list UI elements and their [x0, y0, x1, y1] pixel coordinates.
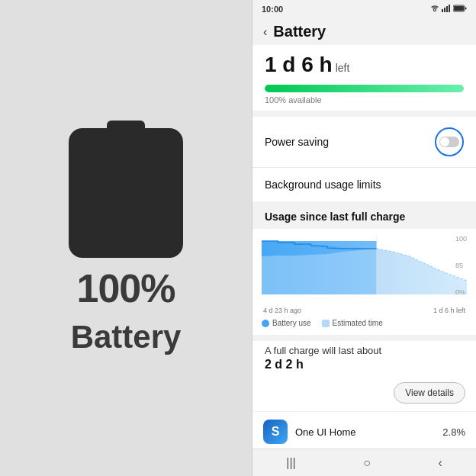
app-icon: S: [263, 420, 288, 444]
available-text: 100% available: [265, 95, 464, 105]
battery-main: 1 d 6 h left 100% available: [252, 45, 476, 111]
chart-area: 100 85 0%: [262, 235, 467, 304]
legend-solid-dot: [262, 320, 269, 327]
back-button[interactable]: ‹: [263, 25, 267, 39]
battery-time-suffix: left: [336, 62, 350, 74]
toggle-knob: [440, 137, 449, 146]
app-percent: 2.8%: [442, 426, 465, 438]
svg-rect-5: [454, 6, 464, 11]
right-panel: 10:00 ‹ Battery 1 d 6 h left: [252, 0, 476, 476]
chart-x-labels: 4 d 23 h ago 1 d 6 h left: [262, 307, 467, 314]
chart-svg: [262, 235, 467, 296]
background-usage-row[interactable]: Background usage limits: [252, 168, 476, 201]
app-name: One UI Home: [295, 426, 435, 438]
svg-marker-9: [377, 249, 467, 294]
battery-status-icon: [453, 5, 467, 14]
left-panel: 100% Battery: [0, 0, 252, 476]
charge-estimate: A full charge will last about 2 d 2 h: [252, 341, 476, 378]
chart-y-labels: 100 85 0%: [455, 235, 467, 296]
view-details-btn-row: View details: [252, 378, 476, 411]
header: ‹ Battery: [252, 17, 476, 45]
nav-back-icon[interactable]: ‹: [438, 456, 442, 470]
power-saving-row[interactable]: Power saving: [252, 117, 476, 167]
power-saving-toggle[interactable]: [435, 127, 464, 156]
battery-time-value: 1 d 6 h: [265, 53, 333, 77]
battery-percent: 100%: [77, 265, 175, 311]
nav-menu-icon[interactable]: |||: [286, 456, 295, 470]
battery-icon-large: [65, 121, 187, 258]
progress-bar-container: [265, 85, 464, 92]
legend-light-dot: [322, 320, 330, 327]
signal-icon: [442, 5, 451, 14]
background-usage-label: Background usage limits: [265, 178, 381, 191]
svg-rect-0: [442, 9, 443, 12]
battery-label: Battery: [71, 319, 182, 355]
battery-body: [69, 128, 183, 258]
status-time: 10:00: [262, 5, 283, 14]
svg-rect-6: [465, 8, 467, 10]
progress-bar-fill: [265, 85, 464, 92]
battery-time-row: 1 d 6 h left: [265, 53, 464, 77]
charge-estimate-time: 2 d 2 h: [265, 358, 464, 371]
svg-rect-3: [449, 5, 450, 12]
legend-solid-label: Battery use: [272, 319, 311, 327]
legend-battery-use: Battery use: [262, 319, 311, 327]
view-details-button[interactable]: View details: [394, 382, 465, 404]
toggle-track: [439, 137, 459, 147]
wifi-icon: [430, 5, 439, 14]
page-title: Battery: [273, 23, 326, 40]
chart-x-right: 1 d 6 h left: [433, 307, 465, 314]
status-bar: 10:00: [252, 0, 476, 17]
charge-estimate-title: A full charge will last about: [265, 344, 464, 358]
chart-section: 100 85 0%: [252, 229, 476, 335]
nav-bar: ||| ○ ‹: [252, 449, 476, 476]
power-saving-label: Power saving: [265, 136, 329, 148]
svg-rect-1: [444, 8, 445, 12]
chart-x-left: 4 d 23 h ago: [263, 307, 301, 314]
legend-estimated: Estimated time: [322, 319, 383, 327]
legend-row: Battery use Estimated time: [262, 319, 467, 327]
chart-y-mid: 85: [455, 262, 467, 269]
legend-light-label: Estimated time: [333, 319, 383, 327]
chart-y-min: 0%: [455, 288, 467, 296]
screen-content[interactable]: ‹ Battery 1 d 6 h left 100% available Po…: [252, 17, 476, 449]
chart-y-max: 100: [455, 235, 467, 243]
svg-rect-2: [446, 6, 448, 12]
app-row[interactable]: S One UI Home 2.8%: [252, 411, 476, 449]
usage-section-title: Usage since last full charge: [252, 201, 476, 229]
status-icons: [430, 5, 467, 14]
nav-home-icon[interactable]: ○: [363, 456, 371, 470]
